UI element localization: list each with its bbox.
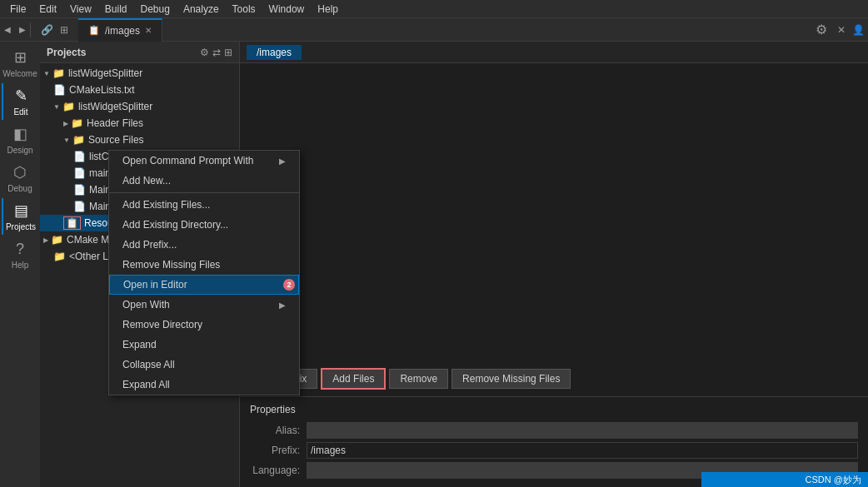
ctx-expand[interactable]: Expand [109, 335, 299, 355]
alias-input[interactable] [307, 422, 858, 439]
ctx-add-prefix[interactable]: Add Prefix... [109, 235, 299, 255]
expand-icon[interactable]: ⊞ [224, 47, 232, 58]
ctx-open-command-prompt-label: Open Command Prompt With [122, 155, 253, 166]
sidebar-item-welcome[interactable]: ⊞ Welcome [2, 45, 38, 82]
badge-2: 2 [283, 279, 295, 291]
tree-item-root[interactable]: ▼ 📁 listWidgetSplitter [40, 65, 239, 82]
ctx-collapse-all-label: Collapse All [122, 359, 175, 370]
ctx-remove-missing-files[interactable]: Remove Missing Files [109, 255, 299, 275]
status-text: CSDN @妙为 [806, 474, 861, 486]
folder-sources-icon: 📁 [72, 134, 85, 146]
sidebar-icons: ⊞ Welcome ✎ Edit ◧ Design ⬡ Debug ▤ Proj… [0, 42, 40, 487]
sidebar-item-projects[interactable]: ▤ Projects [2, 198, 38, 235]
projects-icon: ▤ [14, 201, 28, 220]
remove-button[interactable]: Remove [389, 369, 448, 389]
folder-root-icon: 📁 [52, 67, 65, 79]
ctx-expand-label: Expand [122, 339, 157, 350]
filter-icon[interactable]: ⚙ [200, 47, 209, 58]
sidebar-label-help: Help [12, 261, 29, 270]
file-resources-icon: 📋 [63, 216, 81, 230]
sidebar-label-welcome: Welcome [2, 69, 37, 78]
ctx-add-existing-directory[interactable]: Add Existing Directory... [109, 215, 299, 235]
arrow-headers: ▶ [63, 120, 68, 127]
tab-close-all-icon[interactable]: ✕ [834, 24, 849, 36]
panel-header: Projects ⚙ ⇄ ⊞ [40, 42, 239, 63]
ctx-open-in-editor[interactable]: Open in Editor 2 [109, 275, 299, 295]
sidebar-item-help[interactable]: ? Help [2, 236, 38, 273]
tree-item-cmakelists[interactable]: 📄 CMakeLists.txt [40, 82, 239, 98]
menu-analyze[interactable]: Analyze [177, 2, 226, 17]
tab-more-icon[interactable]: 👤 [849, 24, 868, 36]
tree-label-headers: Header Files [87, 117, 143, 129]
arrow-sources: ▼ [63, 137, 70, 144]
language-label: Language: [250, 465, 300, 476]
ctx-add-existing-directory-label: Add Existing Directory... [122, 219, 228, 231]
ctx-remove-directory[interactable]: Remove Directory [109, 315, 299, 335]
prop-row-prefix: Prefix: [250, 440, 858, 460]
tree-label-root: listWidgetSplitter [68, 67, 142, 79]
tab-settings-icon[interactable]: ⚙ [809, 22, 834, 37]
ctx-expand-all-label: Expand All [122, 379, 170, 390]
ctx-collapse-all[interactable]: Collapse All [109, 355, 299, 375]
file-cmake-icon: 📄 [53, 84, 66, 96]
menu-debug[interactable]: Debug [134, 2, 177, 17]
ctx-open-with[interactable]: Open With ▶ [109, 295, 299, 315]
ctx-remove-missing-files-label: Remove Missing Files [122, 259, 220, 271]
tab-link-icon: 🔗 [37, 24, 57, 36]
prefix-input[interactable] [307, 442, 858, 459]
content-spacer [240, 63, 868, 361]
tab-nav-prev[interactable]: ◀ [0, 18, 15, 42]
sidebar-label-edit: Edit [13, 107, 27, 117]
ctx-submenu-arrow-8: ▶ [279, 301, 286, 310]
tab-resources-qrc[interactable]: 📋 /images ✕ [78, 18, 162, 42]
ctx-remove-directory-label: Remove Directory [122, 319, 202, 330]
tree-label-cmakelists: CMakeLists.txt [69, 84, 135, 96]
edit-icon: ✎ [15, 87, 27, 105]
ctx-submenu-arrow-0: ▶ [279, 157, 286, 166]
remove-missing-button[interactable]: Remove Missing Files [451, 369, 571, 389]
prop-row-alias: Alias: [250, 420, 858, 440]
menu-file[interactable]: File [3, 2, 32, 17]
resource-path: /images [247, 45, 302, 60]
file-main-icon: 📄 [73, 167, 86, 179]
tree-item-splitter[interactable]: ▼ 📁 listWidgetSplitter [40, 98, 239, 115]
prefix-label: Prefix: [250, 445, 300, 456]
tab-close-btn[interactable]: ✕ [145, 26, 152, 35]
sidebar-item-edit[interactable]: ✎ Edit [2, 83, 38, 120]
ctx-add-existing-files[interactable]: Add Existing Files... [109, 195, 299, 215]
add-files-button[interactable]: Add Files [321, 368, 386, 390]
ctx-separator-1 [109, 192, 299, 193]
tab-label: /images [105, 25, 140, 37]
tree-item-headers[interactable]: ▶ 📁 Header Files [40, 115, 239, 132]
menu-tools[interactable]: Tools [226, 2, 262, 17]
sidebar-item-debug[interactable]: ⬡ Debug [2, 160, 38, 196]
menu-view[interactable]: View [63, 2, 98, 17]
menu-build[interactable]: Build [98, 2, 134, 17]
ctx-add-existing-files-label: Add Existing Files... [122, 199, 210, 211]
content-area: /images Add Prefix Add Files Remove Remo… [240, 42, 868, 487]
sidebar-item-design[interactable]: ◧ Design [2, 122, 38, 158]
arrow-splitter: ▼ [53, 103, 60, 111]
file-mainwindow-ui-icon: 📄 [73, 201, 86, 212]
sync-icon[interactable]: ⇄ [212, 47, 221, 58]
ctx-add-new[interactable]: Add New... [109, 171, 299, 191]
tab-nav-next[interactable]: ▶ [15, 18, 30, 42]
menu-help[interactable]: Help [311, 2, 345, 17]
menu-bar: File Edit View Build Debug Analyze Tools… [0, 0, 868, 18]
file-mainwindow-cpp-icon: 📄 [73, 184, 86, 196]
ctx-open-in-editor-label: Open in Editor [123, 279, 187, 291]
menu-window[interactable]: Window [262, 2, 312, 17]
properties-title: Properties [250, 404, 858, 415]
context-menu: Open Command Prompt With ▶ Add New... Ad… [108, 150, 300, 395]
folder-headers-icon: 📁 [71, 117, 83, 129]
ctx-expand-all[interactable]: Expand All [109, 375, 299, 395]
ctx-open-command-prompt[interactable]: Open Command Prompt With ▶ [109, 151, 299, 171]
tree-item-sources[interactable]: ▼ 📁 Source Files [40, 132, 239, 148]
tree-label-splitter: listWidgetSplitter [78, 101, 152, 112]
ctx-add-new-label: Add New... [122, 175, 171, 186]
panel-header-icons: ⚙ ⇄ ⊞ [200, 47, 232, 58]
help-icon: ? [16, 241, 24, 258]
tab-bar: ◀ ▶ 🔗 ⊞ 📋 /images ✕ ⚙ ✕ 👤 [0, 18, 868, 42]
menu-edit[interactable]: Edit [32, 2, 63, 17]
arrow-root: ▼ [43, 70, 50, 77]
